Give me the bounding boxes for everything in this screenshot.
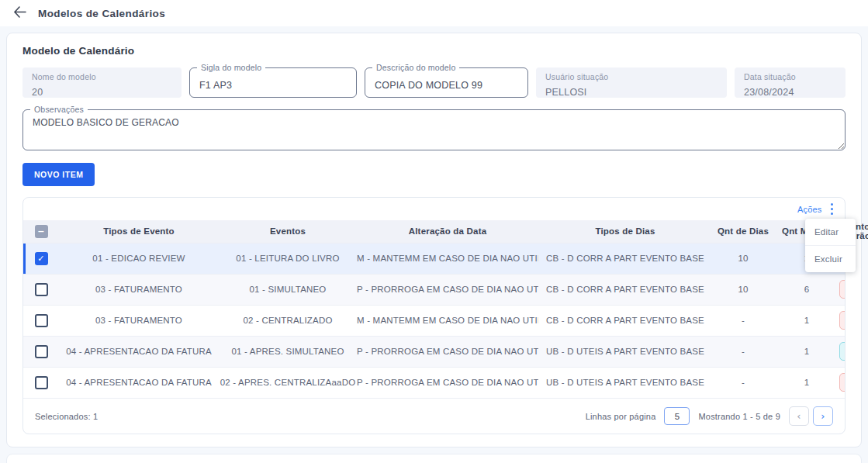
cell-alteracao-da-data: M - MANTEMM EM CASO DE DIA NAO UTIL — [357, 243, 538, 274]
data-situacao-field: Data situação 23/08/2024 — [735, 67, 846, 98]
cell-alteracao-da-data: P - PRORROGA EM CASO DE DIA NAO UTIL — [357, 367, 538, 398]
cell-qnt-mensal: 1 — [774, 367, 839, 398]
cell-alteracao-da-data: M - MANTEMM EM CASO DE DIA NAO UTIL — [357, 305, 538, 336]
nome-do-modelo-field: Nome do modelo 20 — [22, 67, 182, 98]
column-header-tipos-de-dias[interactable]: Tipos de Dias — [538, 220, 712, 243]
rows-per-page-input[interactable]: 5 — [664, 407, 690, 425]
evento-padrao-badge: NÃO — [839, 311, 845, 330]
arrow-left-icon — [13, 6, 26, 21]
cell-alteracao-da-data: P - PRORROGA EM CASO DE DIA NAO UTIL — [357, 336, 538, 367]
column-header-eventos[interactable]: Eventos — [219, 220, 357, 243]
pagination-controls: Linhas por página 5 Mostrando 1 - 5 de 9… — [586, 406, 833, 426]
showing-range: Mostrando 1 - 5 de 9 — [698, 412, 780, 421]
cell-tipo-evento: 03 - FATURAMENTO — [59, 274, 219, 305]
cell-tipos-de-dias: UB - D UTEIS A PART EVENTO BASE — [538, 367, 712, 398]
chevron-right-icon: › — [821, 410, 825, 422]
sigla-do-modelo-field: Sigla do modelo — [189, 67, 357, 98]
cell-tipo-evento: 04 - APRESENTACAO DA FATURA — [59, 336, 219, 367]
row-checkbox[interactable] — [35, 314, 48, 327]
column-header-qnt-de-dias[interactable]: Qnt de Dias — [712, 220, 774, 243]
cell-qnt-mensal: 6 — [774, 274, 839, 305]
cell-tipos-de-dias: CB - D CORR A PART EVENTO BASE — [538, 243, 712, 274]
table-body: ✓01 - EDICAO REVIEW01 - LEITURA DO LIVRO… — [23, 243, 845, 398]
page-title: Modelos de Calendários — [38, 8, 165, 19]
cell-qnt-mensal: 1 — [774, 336, 839, 367]
evento-padrao-badge: NÃO — [839, 373, 845, 392]
sigla-do-modelo-label: Sigla do modelo — [197, 63, 265, 72]
items-table-card: Ações − Tipos de Evento Eventos Alteraçã… — [22, 197, 846, 434]
novo-item-button[interactable]: NOVO ITEM — [22, 163, 95, 186]
actions-dropdown-menu: Editar Excluir — [805, 219, 856, 272]
items-table: − Tipos de Evento Eventos Alteração da D… — [23, 220, 845, 398]
actions-label: Ações — [797, 205, 822, 214]
observacoes-textarea[interactable]: MODELO BASICO DE GERACAO — [23, 110, 845, 150]
actions-menu-button[interactable]: Ações — [23, 198, 845, 220]
column-header-tipos-de-evento[interactable]: Tipos de Evento — [59, 220, 219, 243]
evento-padrao-badge: NÃO — [839, 280, 845, 299]
observacoes-field: Observações MODELO BASICO DE GERACAO — [22, 109, 846, 150]
table-row: 04 - APRESENTACAO DA FATURA01 - APRES. S… — [23, 336, 845, 367]
cell-tipo-evento: 04 - APRESENTACAO DA FATURA — [59, 367, 219, 398]
nome-do-modelo-label: Nome do modelo — [32, 72, 172, 81]
kebab-menu-icon — [828, 202, 837, 217]
evento-padrao-badge: SIM — [839, 342, 845, 361]
cell-tipos-de-dias: CB - D CORR A PART EVENTO BASE — [538, 305, 712, 336]
cell-evento: 01 - SIMULTANEO — [219, 274, 357, 305]
cell-qnt-de-dias: 10 — [712, 243, 774, 274]
form-row: Nome do modelo 20 Sigla do modelo Descri… — [22, 67, 846, 98]
table-row: 04 - APRESENTACAO DA FATURA02 - APRES. C… — [23, 367, 845, 398]
section-title: Modelo de Calendário — [22, 45, 846, 57]
usuario-situacao-label: Usuário situação — [545, 72, 718, 81]
cell-tipos-de-dias: CB - D CORR A PART EVENTO BASE — [538, 274, 712, 305]
row-checkbox[interactable] — [35, 345, 48, 358]
pager: ‹ › — [789, 406, 833, 426]
descricao-do-modelo-input[interactable] — [365, 68, 527, 97]
descricao-do-modelo-label: Descrição do modelo — [372, 63, 459, 72]
cell-qnt-mensal: 1 — [774, 305, 839, 336]
selected-count: Selecionados: 1 — [35, 412, 98, 421]
cell-tipos-de-dias: UB - D UTEIS A PART EVENTO BASE — [538, 336, 712, 367]
select-all-checkbox[interactable]: − — [35, 225, 48, 238]
top-bar: Modelos de Calendários — [0, 0, 868, 26]
table-row: 03 - FATURAMENTO02 - CENTRALIZADOM - MAN… — [23, 305, 845, 336]
cell-qnt-de-dias: - — [712, 336, 774, 367]
form-actions-bar: CANCELAR SALVAR — [6, 454, 862, 463]
cell-alteracao-da-data: P - PRORROGA EM CASO DE DIA NAO UTIL — [357, 274, 538, 305]
cell-tipo-evento: 01 - EDICAO REVIEW — [59, 243, 219, 274]
cell-evento: 01 - LEITURA DO LIVRO — [219, 243, 357, 274]
sigla-do-modelo-input[interactable] — [190, 68, 356, 97]
usuario-situacao-field: Usuário situação PELLOSI — [536, 67, 727, 98]
cell-evento: 02 - CENTRALIZADO — [219, 305, 357, 336]
rows-per-page-label: Linhas por página — [586, 412, 656, 421]
observacoes-label: Observações — [30, 105, 88, 114]
usuario-situacao-value: PELLOSI — [545, 87, 587, 98]
cell-qnt-de-dias: - — [712, 305, 774, 336]
cell-tipo-evento: 03 - FATURAMENTO — [59, 305, 219, 336]
data-situacao-value: 23/08/2024 — [744, 87, 794, 98]
table-row: 03 - FATURAMENTO01 - SIMULTANEOP - PRORR… — [23, 274, 845, 305]
cell-evento: 02 - APRES. CENTRALIZAaaDO — [219, 367, 357, 398]
calendar-model-card: Modelo de Calendário Nome do modelo 20 S… — [6, 33, 862, 447]
table-header-row: − Tipos de Evento Eventos Alteração da D… — [23, 220, 845, 243]
previous-page-button[interactable]: ‹ — [789, 406, 809, 426]
nome-do-modelo-value: 20 — [32, 87, 43, 98]
cell-qnt-de-dias: 10 — [712, 274, 774, 305]
table-footer: Selecionados: 1 Linhas por página 5 Most… — [23, 398, 845, 434]
descricao-do-modelo-field: Descrição do modelo — [365, 67, 528, 98]
row-checkbox[interactable]: ✓ — [35, 252, 48, 265]
chevron-left-icon: ‹ — [797, 410, 801, 422]
menu-item-excluir[interactable]: Excluir — [805, 245, 856, 272]
row-checkbox[interactable] — [35, 283, 48, 296]
back-button[interactable] — [13, 6, 26, 21]
data-situacao-label: Data situação — [744, 72, 836, 81]
next-page-button[interactable]: › — [813, 406, 833, 426]
cell-qnt-de-dias: - — [712, 367, 774, 398]
row-checkbox[interactable] — [35, 376, 48, 389]
cell-evento: 01 - APRES. SIMULTANEO — [219, 336, 357, 367]
column-header-alteracao-da-data[interactable]: Alteração da Data — [357, 220, 538, 243]
table-row: ✓01 - EDICAO REVIEW01 - LEITURA DO LIVRO… — [23, 243, 845, 274]
menu-item-editar[interactable]: Editar — [805, 219, 856, 245]
